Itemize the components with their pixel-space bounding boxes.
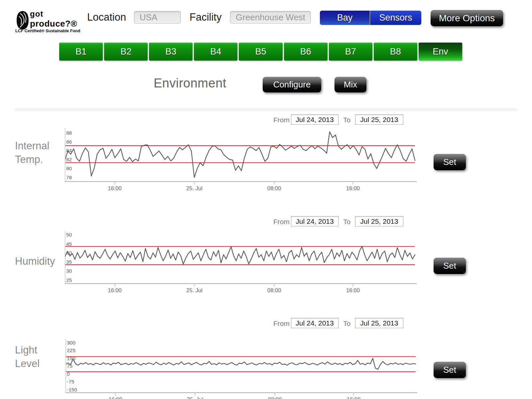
to-label: To <box>343 218 350 226</box>
tab-b5[interactable]: B5 <box>239 43 282 61</box>
x-axis-tick-label: 16:00 <box>108 287 121 293</box>
tab-b1[interactable]: B1 <box>59 43 103 61</box>
from-label: From <box>273 218 290 226</box>
y-axis-tick-label: 78 <box>66 175 72 180</box>
y-axis-tick-label: 45 <box>66 241 72 247</box>
logo: got produce?® LCF Certified® Sustainable… <box>15 4 88 35</box>
mix-button[interactable]: Mix <box>334 77 366 92</box>
tab-b2[interactable]: B2 <box>104 43 148 61</box>
temp-to-date-input[interactable]: Jul 25, 2013 <box>355 114 403 125</box>
y-axis-tick-label: 300 <box>67 340 75 345</box>
y-axis-tick-label: -150 <box>67 387 77 392</box>
page-title: Environment <box>154 76 226 90</box>
x-axis-tick-label: 16:00 <box>108 396 122 399</box>
humidity-chart-label: Humidity <box>15 254 55 268</box>
logo-text-line2: produce?® <box>30 19 77 29</box>
tab-b6[interactable]: B6 <box>284 43 328 61</box>
humidity-from-date-input[interactable]: Jul 24, 2013 <box>291 216 338 226</box>
light-to-date-input[interactable]: Jul 25, 2013 <box>355 318 403 328</box>
y-axis-tick-label: 150 <box>67 355 75 361</box>
location-input[interactable]: USA <box>134 11 181 24</box>
x-axis-tick-label: 16:00 <box>346 287 360 293</box>
x-axis-tick-label: 16:00 <box>108 185 121 191</box>
light-level-chart-label: Light Level <box>15 343 40 370</box>
series-line <box>65 246 415 264</box>
humidity-chart: 50454035302516:0025. Jul08:0016:00 <box>65 231 417 295</box>
x-axis-tick-label: 08:00 <box>268 396 282 399</box>
tab-b8[interactable]: B8 <box>374 43 417 61</box>
x-axis-tick-label: 25. Jul <box>186 287 202 293</box>
series-line <box>65 132 415 177</box>
x-axis-tick-label: 25. Jul <box>187 396 203 399</box>
configure-button[interactable]: Configure <box>263 77 321 92</box>
x-axis-tick-label: 16:00 <box>347 396 360 399</box>
logo-mark-icon <box>16 11 29 30</box>
x-axis-tick-label: 25. Jul <box>186 185 202 191</box>
light-level-chart: 300225150750-75-15016:0025. Jul08:0016:0… <box>66 339 418 399</box>
facility-label: Facility <box>190 11 221 23</box>
logo-tagline: LCF Certified® Sustainable Food <box>15 29 80 33</box>
x-axis-tick-label: 16:00 <box>346 185 360 191</box>
to-label: To <box>343 116 350 124</box>
y-axis-tick-label: 82 <box>66 157 72 162</box>
y-axis-tick-label: 30 <box>66 268 72 274</box>
tab-b7[interactable]: B7 <box>329 43 372 61</box>
internal-temp-chart-label: Internal Temp. <box>15 139 49 166</box>
to-label: To <box>343 320 350 328</box>
x-axis-tick-label: 08:00 <box>267 185 281 191</box>
light-from-date-input[interactable]: Jul 24, 2013 <box>291 318 338 328</box>
temp-from-date-input[interactable]: Jul 24, 2013 <box>291 114 338 125</box>
y-axis-tick-label: 86 <box>66 139 72 145</box>
bay-button[interactable]: Bay <box>320 11 370 25</box>
from-label: From <box>273 320 290 328</box>
light-set-button[interactable]: Set <box>434 362 466 378</box>
tab-b4[interactable]: B4 <box>194 43 237 61</box>
series-line <box>66 358 416 369</box>
y-axis-tick-label: 50 <box>66 232 72 237</box>
from-label: From <box>273 116 290 124</box>
humidity-set-button[interactable]: Set <box>434 258 466 274</box>
y-axis-tick-label: 80 <box>66 166 72 171</box>
tab-b3[interactable]: B3 <box>149 43 193 61</box>
internal-temp-chart: 88868482807816:0025. Jul08:0016:00 <box>65 128 417 192</box>
temp-set-button[interactable]: Set <box>434 154 466 170</box>
section-divider <box>15 108 517 111</box>
y-axis-tick-label: -75 <box>67 379 74 384</box>
y-axis-tick-label: 35 <box>66 259 72 265</box>
y-axis-tick-label: 25 <box>66 277 72 283</box>
location-label: Location <box>87 11 126 23</box>
y-axis-tick-label: 225 <box>67 347 75 353</box>
logo-text-line1: got <box>30 9 43 19</box>
sensors-button[interactable]: Sensors <box>370 11 421 25</box>
y-axis-tick-label: 88 <box>66 130 72 136</box>
more-options-button[interactable]: More Options <box>431 10 503 26</box>
x-axis-tick-label: 08:00 <box>267 287 281 293</box>
facility-input[interactable]: Greenhouse West <box>230 11 311 24</box>
humidity-to-date-input[interactable]: Jul 25, 2013 <box>355 216 403 226</box>
tab-env[interactable]: Env <box>419 43 462 61</box>
bay-tab-bar: B1 B2 B3 B4 B5 B6 B7 B8 Env <box>59 43 462 61</box>
